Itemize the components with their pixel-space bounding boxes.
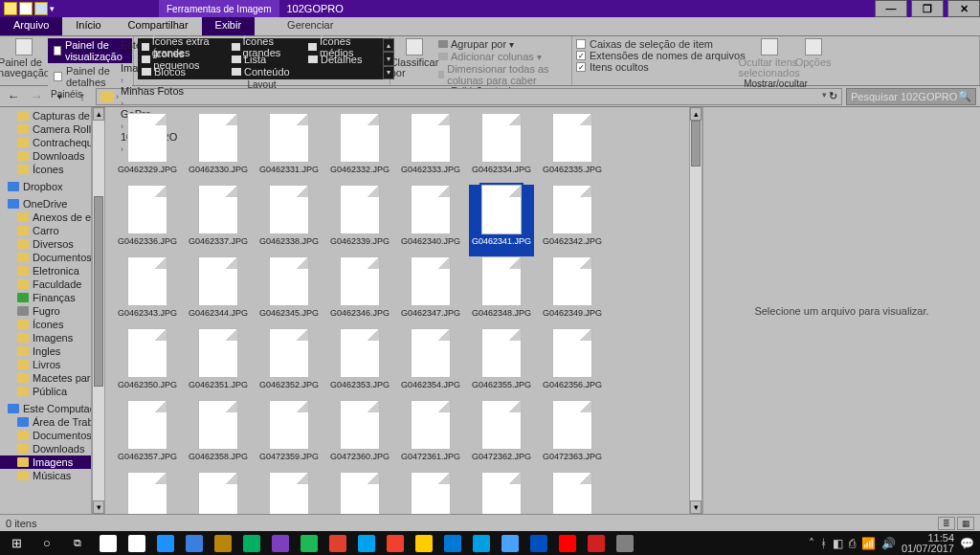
tree-item[interactable]: Camera Roll (0, 122, 91, 136)
qat-button[interactable] (34, 2, 48, 15)
item-checkboxes-toggle[interactable]: Caixas de seleção de item (576, 38, 746, 50)
chevron-right-icon[interactable]: › (121, 76, 123, 85)
view-layout-gallery[interactable]: Ícones extra grandesÍcones grandesÍcones… (138, 38, 394, 79)
bluetooth-icon[interactable]: ᚼ (820, 537, 827, 550)
taskbar-app[interactable] (611, 532, 639, 555)
scroll-up-icon[interactable]: ▴ (690, 107, 702, 121)
tab-home[interactable]: Início (62, 17, 114, 35)
file-item[interactable]: G0462338.JPG (256, 185, 322, 256)
qat-dropdown-icon[interactable]: ▾ (50, 4, 59, 13)
file-item[interactable]: G0462329.JPG (115, 113, 180, 185)
tree-item[interactable]: Eletronica (0, 264, 91, 278)
file-item[interactable]: G0462350.JPG (115, 328, 180, 400)
folder-icon[interactable] (4, 2, 17, 15)
tree-item[interactable]: Imagens (0, 331, 91, 344)
tree-item[interactable]: Documentos (0, 251, 91, 264)
file-item[interactable]: G0462347.JPG (398, 256, 463, 328)
preview-pane-button[interactable]: Painel de visualização (48, 38, 132, 63)
file-item[interactable]: G0462358.JPG (186, 400, 251, 472)
maximize-button[interactable]: ❐ (911, 0, 944, 17)
volume-icon[interactable]: 🔊 (881, 537, 896, 550)
scroll-up-icon[interactable]: ▴ (93, 107, 104, 121)
file-item[interactable]: G0462336.JPG (115, 185, 180, 256)
file-item[interactable] (398, 472, 463, 514)
qat-button[interactable] (19, 2, 33, 15)
breadcrumb[interactable]: › Este Computador › Imagens › Minhas Fot… (96, 88, 842, 105)
tree-item[interactable]: Área de Trabalho (0, 415, 91, 429)
file-item[interactable]: G0462353.JPG (327, 328, 392, 400)
taskbar-app[interactable] (295, 532, 323, 555)
tab-share[interactable]: Compartilhar (115, 17, 202, 35)
tree-item[interactable]: Contracheque (0, 136, 91, 149)
taskbar-app[interactable] (323, 532, 352, 555)
files-scrollbar[interactable]: ▴ ▾ (689, 107, 702, 514)
tab-view[interactable]: Exibir (202, 17, 256, 35)
navigation-pane-button[interactable]: Painel de navegação (4, 38, 44, 78)
options-button[interactable]: Opções (793, 38, 834, 68)
file-item[interactable]: G0462332.JPG (327, 113, 392, 185)
tree-item[interactable]: Capturas de (0, 109, 91, 122)
tray-chevron-icon[interactable]: ˄ (809, 537, 814, 550)
scroll-down-icon[interactable]: ▾ (93, 500, 104, 514)
minimize-button[interactable]: — (875, 0, 907, 17)
layout-option[interactable]: Detalhes (308, 53, 381, 65)
file-item[interactable]: G0462357.JPG (115, 400, 180, 472)
file-item[interactable]: G0462349.JPG (540, 256, 605, 328)
file-item[interactable]: G0462343.JPG (115, 256, 180, 328)
layout-option[interactable]: Conteúdo (232, 65, 304, 78)
taskbar-app[interactable] (524, 532, 553, 555)
scroll-thumb[interactable] (94, 196, 103, 387)
tree-item[interactable]: Finanças (0, 291, 91, 304)
tree-item[interactable]: Ingles (0, 344, 91, 358)
file-item[interactable] (469, 472, 534, 514)
up-button[interactable]: ↑ (73, 88, 92, 105)
file-item[interactable]: G0472362.JPG (469, 400, 534, 472)
notifications-icon[interactable]: 💬 (960, 537, 974, 550)
hidden-items-toggle[interactable]: ✓Itens ocultos (576, 61, 746, 73)
taskbar-app[interactable] (467, 532, 496, 555)
recent-locations-button[interactable]: ▾ (50, 88, 69, 105)
taskbar-app[interactable] (553, 532, 582, 555)
details-pane-button[interactable]: Painel de detalhes (48, 64, 132, 89)
cortana-button[interactable]: ○ (33, 532, 61, 555)
tree-item[interactable]: OneDrive (0, 197, 91, 211)
back-button[interactable]: ← (4, 88, 23, 105)
file-item[interactable]: G0462356.JPG (540, 328, 605, 400)
file-item[interactable]: G0462331.JPG (256, 113, 322, 185)
tree-scrollbar[interactable]: ▴ ▾ (92, 107, 105, 514)
file-item[interactable]: G0462333.JPG (398, 113, 463, 185)
tree-item[interactable]: Downloads (0, 149, 91, 163)
system-tray[interactable]: ˄ ᚼ ◧ ⎙ 📶 🔊 11:54 01/07/2017 💬 (809, 533, 978, 554)
tree-item[interactable]: Anexos de email (0, 211, 91, 224)
thumbnails-view-button[interactable]: ▦ (957, 517, 974, 530)
taskbar-app[interactable] (496, 532, 524, 555)
sort-by-button[interactable]: Classificar por (394, 38, 434, 78)
taskbar-app[interactable] (266, 532, 295, 555)
tree-item[interactable]: Ícones (0, 318, 91, 331)
taskbar-app[interactable] (381, 532, 410, 555)
taskbar-app[interactable] (122, 532, 151, 555)
file-item[interactable]: G0462354.JPG (398, 328, 463, 400)
taskbar-app[interactable] (410, 532, 438, 555)
network-icon[interactable]: 📶 (861, 537, 876, 550)
address-dropdown-icon[interactable]: ▾ (822, 90, 827, 102)
chevron-right-icon[interactable]: › (116, 92, 119, 101)
file-item[interactable]: G0462346.JPG (327, 256, 392, 328)
tree-item[interactable]: Músicas (0, 469, 91, 482)
file-item[interactable]: G0462348.JPG (469, 256, 534, 328)
file-item[interactable]: G0462330.JPG (186, 113, 251, 185)
file-item[interactable]: G0462352.JPG (256, 328, 322, 400)
file-item[interactable]: G0462344.JPG (186, 256, 251, 328)
file-grid[interactable]: G0462329.JPGG0462330.JPGG0462331.JPGG046… (105, 107, 689, 514)
file-item[interactable]: G0472360.JPG (327, 400, 392, 472)
tree-item[interactable]: Diversos (0, 237, 91, 251)
tree-item[interactable]: Faculdade (0, 278, 91, 291)
layout-option[interactable]: Lista (232, 53, 304, 65)
file-item[interactable] (256, 472, 322, 514)
tray-icon[interactable]: ◧ (833, 537, 843, 550)
file-item[interactable] (327, 472, 392, 514)
file-item[interactable]: G0462339.JPG (327, 185, 392, 256)
file-item[interactable]: G0462337.JPG (186, 185, 251, 256)
taskbar-app[interactable] (209, 532, 237, 555)
file-item[interactable]: G0472359.JPG (256, 400, 322, 472)
